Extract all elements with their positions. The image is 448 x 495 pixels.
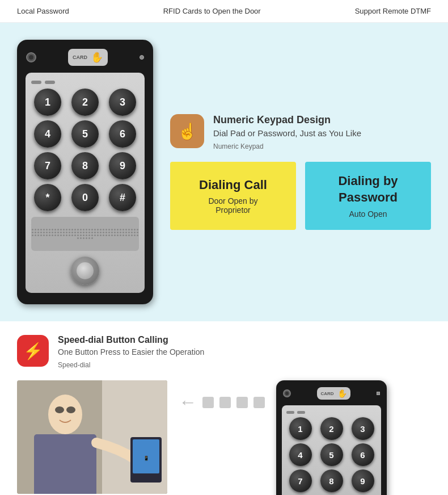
right-content-area: ☝ Numeric Keypad Design Dial Pad or Pass… — [170, 114, 431, 229]
small-card-icon: ✋ — [337, 389, 347, 398]
person-image-inner: 📱 — [17, 380, 167, 494]
feature-cards-row: Dialing Call Door Open byProprietor Dial… — [170, 162, 431, 229]
card-reader-area: CARD ✋ — [68, 49, 108, 66]
dialing-password-sub: Auto Open — [349, 209, 387, 219]
device-camera — [26, 52, 36, 62]
small-key-3[interactable]: 3 — [352, 417, 374, 440]
speed-dial-label: Speed-dial — [58, 361, 204, 369]
bottom-content-row: 📱 ← CARD ✋ — [17, 380, 431, 495]
numeric-keypad-description: Numeric Keypad Design Dial Pad or Passwo… — [213, 114, 361, 150]
speed-dial-description: Speed-dial Button Calling One Button Pre… — [58, 335, 204, 369]
nav-dot-4[interactable] — [253, 397, 265, 408]
feature-local-password: Local Password — [17, 7, 69, 15]
key-1[interactable]: 1 — [34, 89, 61, 116]
dialing-call-sub: Door Open byProprietor — [208, 196, 257, 215]
dialing-call-title: Dialing Call — [199, 177, 267, 194]
small-key-1[interactable]: 1 — [289, 417, 312, 440]
device-small-top: CARD ✋ — [282, 387, 381, 400]
small-keypad-grid: 1 2 3 4 5 6 7 8 9 * 0 # — [286, 417, 377, 495]
svg-point-2 — [48, 395, 82, 434]
feature-rfid-cards: RFID Cards to Open the Door — [163, 7, 261, 15]
speed-dial-title: Speed-dial Button Calling — [58, 335, 204, 345]
svg-point-4 — [55, 406, 64, 413]
small-key-2[interactable]: 2 — [320, 417, 343, 440]
key-4[interactable]: 4 — [34, 120, 61, 148]
key-2[interactable]: 2 — [71, 89, 99, 116]
numeric-keypad-subtitle: Dial Pad or Password, Just as You Like — [213, 128, 361, 138]
small-key-9[interactable]: 9 — [352, 469, 374, 492]
small-side-btn-2 — [297, 411, 305, 414]
small-card-label: CARD — [320, 391, 333, 396]
numeric-keypad-icon-box: ☝ — [170, 114, 204, 148]
key-8[interactable]: 8 — [71, 152, 99, 179]
key-6[interactable]: 6 — [109, 120, 136, 148]
small-side-btn-1 — [286, 411, 294, 414]
lightning-icon: ⚡ — [23, 342, 43, 360]
call-button[interactable] — [71, 257, 99, 285]
keypad-grid: 1 2 3 4 5 6 7 8 9 * 0 # — [31, 89, 139, 211]
keypad-panel: 1 2 3 4 5 6 7 8 9 * 0 # // Inline genera… — [26, 73, 145, 293]
speed-dial-subtitle: One Button Press to Easier the Operation — [58, 347, 204, 356]
speed-dial-row: ⚡ Speed-dial Button Calling One Button P… — [17, 335, 431, 369]
small-key-6[interactable]: 6 — [352, 443, 374, 466]
speed-dial-icon-box: ⚡ — [17, 335, 49, 367]
small-card-reader: CARD ✋ — [317, 387, 350, 400]
small-camera-lens — [285, 392, 289, 395]
person-svg: 📱 — [17, 380, 167, 494]
key-0[interactable]: 0 — [71, 184, 99, 211]
device-screw — [140, 55, 144, 60]
speaker-grille: // Inline generation of grille dots docu… — [31, 217, 139, 251]
call-button-inner — [77, 262, 94, 279]
small-side-buttons — [286, 411, 377, 414]
small-key-4[interactable]: 4 — [289, 443, 312, 466]
feature-remote-dtmf: Support Remote DTMF — [355, 7, 431, 15]
arrow-navigation: ← — [179, 380, 265, 424]
camera-lens — [29, 55, 33, 60]
person-image: 📱 — [17, 380, 167, 494]
dialing-password-title: Dialing byPassword — [338, 173, 398, 205]
top-features-bar: Local Password RFID Cards to Open the Do… — [0, 0, 448, 23]
key-9[interactable]: 9 — [109, 152, 136, 179]
numeric-keypad-label: Numeric Keypad — [213, 142, 361, 150]
numeric-keypad-desc-row: ☝ Numeric Keypad Design Dial Pad or Pass… — [170, 114, 361, 150]
dialing-call-card: Dialing Call Door Open byProprietor — [170, 162, 296, 229]
dialing-password-card: Dialing byPassword Auto Open — [305, 162, 431, 229]
key-3[interactable]: 3 — [109, 89, 136, 116]
card-label: CARD — [73, 54, 87, 60]
nav-dot-1[interactable] — [202, 397, 214, 408]
bottom-section: ⚡ Speed-dial Button Calling One Button P… — [0, 321, 448, 495]
device-small-camera — [283, 389, 291, 397]
small-key-5[interactable]: 5 — [320, 443, 343, 466]
nav-dot-3[interactable] — [236, 397, 248, 408]
small-device-screw — [377, 392, 380, 395]
side-buttons-row — [31, 81, 139, 84]
left-arrow[interactable]: ← — [179, 392, 197, 413]
nav-row: ← — [179, 392, 265, 413]
key-star[interactable]: * — [34, 184, 61, 211]
touch-icon: ☝ — [177, 122, 197, 141]
svg-rect-3 — [34, 434, 96, 494]
small-key-8[interactable]: 8 — [320, 469, 343, 492]
side-button-1 — [31, 81, 41, 84]
device-mockup: CARD ✋ 1 2 3 4 5 6 7 8 9 * 0 # — [17, 40, 153, 304]
device-top-bar: CARD ✋ — [24, 49, 146, 66]
small-keypad-panel: 1 2 3 4 5 6 7 8 9 * 0 # — [282, 405, 381, 495]
card-hand-icon: ✋ — [91, 51, 103, 64]
blue-feature-section: CARD ✋ 1 2 3 4 5 6 7 8 9 * 0 # — [0, 23, 448, 321]
small-key-7[interactable]: 7 — [289, 469, 312, 492]
key-7[interactable]: 7 — [34, 152, 61, 179]
nav-dot-2[interactable] — [219, 397, 231, 408]
numeric-keypad-title: Numeric Keypad Design — [213, 114, 361, 126]
key-5[interactable]: 5 — [71, 120, 99, 148]
svg-point-5 — [66, 406, 75, 413]
svg-text:📱: 📱 — [143, 455, 149, 461]
key-hash[interactable]: # — [109, 184, 136, 211]
device-small-mockup: CARD ✋ 1 2 3 4 5 6 7 8 — [276, 380, 387, 495]
side-button-2 — [45, 81, 55, 84]
